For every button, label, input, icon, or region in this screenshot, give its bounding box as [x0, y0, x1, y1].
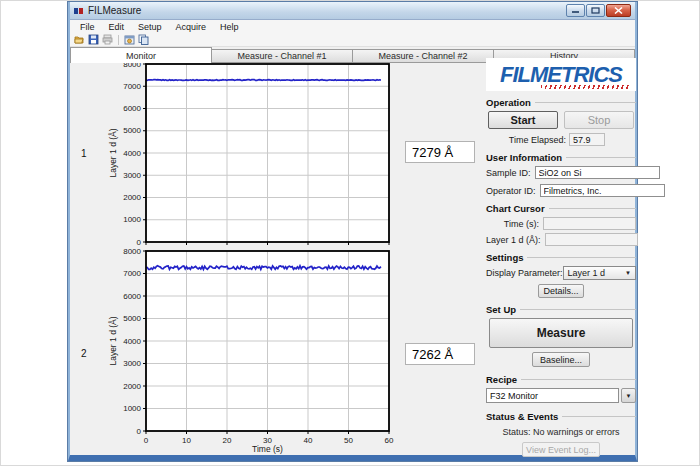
cursor-layer-field: [545, 233, 638, 246]
svg-text:Layer 1 d (Å): Layer 1 d (Å): [108, 128, 118, 177]
svg-text:5000: 5000: [123, 126, 141, 135]
filmetrics-logo-text: FILMETRICS: [500, 62, 622, 88]
svg-text:1000: 1000: [123, 404, 141, 413]
set-up-header: Set Up: [486, 304, 516, 315]
time-elapsed-field: [569, 133, 605, 146]
svg-text:1000: 1000: [123, 215, 141, 224]
close-button[interactable]: [606, 4, 631, 17]
stop-button[interactable]: Stop: [564, 111, 634, 129]
control-panel: FILMETRICS Operation Start Stop Time Ela…: [486, 58, 636, 457]
recipe-header: Recipe: [486, 374, 517, 385]
menu-acquire[interactable]: Acquire: [169, 22, 214, 32]
toolbar: [70, 33, 635, 47]
svg-text:20: 20: [223, 436, 232, 445]
settings-header: Settings: [486, 252, 523, 263]
channel-2-thickness-readout: 7262 Å: [405, 343, 475, 365]
status-text: Status: No warnings or errors: [486, 427, 636, 437]
svg-text:0: 0: [144, 436, 149, 445]
save-icon[interactable]: [88, 34, 99, 45]
filmetrics-logo: FILMETRICS: [486, 58, 636, 91]
svg-text:7000: 7000: [123, 269, 141, 278]
svg-text:7000: 7000: [123, 82, 141, 91]
svg-text:4000: 4000: [123, 337, 141, 346]
sample-id-label: Sample ID:: [486, 168, 531, 178]
start-button[interactable]: Start: [488, 111, 558, 129]
chevron-down-icon: ▼: [626, 393, 632, 399]
measure-button[interactable]: Measure: [489, 318, 633, 348]
details-button[interactable]: Details...: [538, 284, 584, 298]
menu-help[interactable]: Help: [213, 22, 246, 32]
user-information-header: User Information: [486, 152, 562, 163]
cursor-time-field: [543, 217, 636, 230]
time-elapsed-label: Time Elapsed:: [486, 135, 566, 145]
svg-text:5000: 5000: [123, 314, 141, 323]
status-events-header: Status & Events: [486, 411, 558, 422]
operator-id-label: Operator ID:: [486, 186, 536, 196]
open-folder-icon[interactable]: [74, 34, 85, 45]
svg-text:Layer 1 d (Å): Layer 1 d (Å): [108, 316, 118, 365]
svg-text:40: 40: [304, 436, 313, 445]
title-bar[interactable]: FILMeasure: [70, 2, 635, 20]
monitor-chart-channel-1[interactable]: 010002000300040005000600070008000Layer 1…: [106, 58, 398, 248]
toolbar-separator: [118, 35, 119, 45]
svg-text:2000: 2000: [123, 193, 141, 202]
chart-cursor-header: Chart Cursor: [486, 203, 545, 214]
sample-id-input[interactable]: [535, 166, 660, 179]
channel-2-label: 2: [81, 348, 87, 359]
filmeasure-window: FILMeasure File Edit Setup Acquire Help: [68, 2, 637, 461]
svg-text:10: 10: [182, 436, 191, 445]
filmetrics-logo-hatch: [541, 85, 631, 89]
menu-file[interactable]: File: [73, 22, 102, 32]
cursor-layer-label: Layer 1 d (Å):: [486, 235, 541, 245]
svg-text:3000: 3000: [123, 359, 141, 368]
cursor-time-label: Time (s):: [486, 219, 539, 229]
recipe-input[interactable]: [486, 388, 619, 403]
svg-text:6000: 6000: [123, 292, 141, 301]
print-icon[interactable]: [102, 34, 113, 45]
display-parameter-value: Layer 1 d: [568, 268, 606, 278]
baseline-button[interactable]: Baseline...: [532, 352, 590, 367]
menu-setup[interactable]: Setup: [131, 22, 169, 32]
svg-text:60: 60: [385, 436, 394, 445]
svg-text:50: 50: [344, 436, 353, 445]
tab-monitor[interactable]: Monitor: [70, 47, 212, 63]
copy-icon[interactable]: [138, 34, 149, 45]
capture-icon[interactable]: [124, 34, 135, 45]
monitor-chart-channel-2[interactable]: 0100020003000400050006000700080000102030…: [106, 245, 398, 454]
operator-id-input[interactable]: [540, 184, 665, 197]
operation-header: Operation: [486, 97, 531, 108]
view-event-log-button[interactable]: View Event Log...: [522, 442, 600, 457]
svg-text:8000: 8000: [123, 247, 141, 256]
recipe-dropdown-button[interactable]: ▼: [621, 388, 636, 403]
channel-1-label: 1: [81, 148, 87, 159]
display-parameter-dropdown[interactable]: Layer 1 d ▼: [563, 266, 636, 280]
minimize-button[interactable]: [566, 4, 585, 17]
menu-bar: File Edit Setup Acquire Help: [70, 20, 635, 33]
svg-text:0: 0: [137, 427, 142, 436]
maximize-button[interactable]: [586, 4, 605, 17]
chevron-down-icon: ▼: [625, 270, 631, 276]
svg-text:6000: 6000: [123, 104, 141, 113]
screenshot-page: FILMeasure File Edit Setup Acquire Help: [0, 0, 700, 466]
svg-text:Time (s): Time (s): [252, 444, 283, 454]
svg-text:3000: 3000: [123, 171, 141, 180]
menu-edit[interactable]: Edit: [102, 22, 132, 32]
window-title: FILMeasure: [88, 5, 141, 16]
svg-text:2000: 2000: [123, 382, 141, 391]
channel-1-thickness-readout: 7279 Å: [405, 141, 475, 163]
display-parameter-label: Display Parameter:: [486, 268, 563, 278]
svg-text:4000: 4000: [123, 149, 141, 158]
app-icon: [74, 6, 84, 16]
